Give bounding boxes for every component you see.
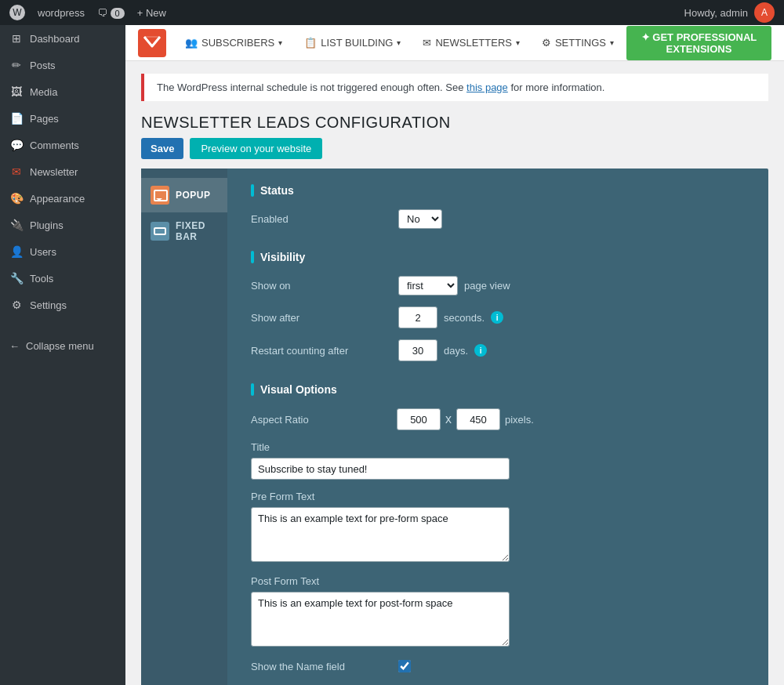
admin-sidebar: ⊞ Dashboard ✏ Posts 🖼 Media 📄 Pages 💬 Co… [0, 25, 125, 685]
tools-icon: 🔧 [9, 271, 24, 285]
title-input[interactable] [251, 458, 510, 480]
enabled-select[interactable]: No Yes [398, 209, 442, 229]
notice-link[interactable]: this page [466, 82, 508, 93]
sidebar-item-comments[interactable]: 💬 Comments [0, 132, 125, 158]
show-name-label: Show the Name field [251, 661, 392, 672]
pre-form-textarea[interactable]: This is an example text for pre-form spa… [251, 507, 510, 562]
sidebar-item-dashboard[interactable]: ⊞ Dashboard [0, 25, 125, 52]
wp-logo: W [9, 5, 25, 20]
fixed-bar-icon [151, 222, 169, 241]
admin-bar: W wordpress 🗨 0 + New Howdy, admin A [0, 0, 784, 25]
subscribers-nav[interactable]: 👥 SUBSCRIBERS ▾ [176, 32, 292, 53]
title-field-label: Title [251, 441, 745, 453]
preview-button[interactable]: Preview on your website [190, 138, 322, 159]
action-bar: Save Preview on your website [125, 138, 784, 169]
aspect-height-input[interactable] [456, 408, 500, 430]
newsletters-nav[interactable]: ✉ NEWSLETTERS ▾ [413, 32, 529, 53]
tab-fixed-bar[interactable]: FIXED BAR [141, 212, 227, 250]
restart-row: Restart counting after days. i [251, 339, 745, 361]
sidebar-item-media[interactable]: 🖼 Media [0, 78, 125, 105]
sidebar-item-pages[interactable]: 📄 Pages [0, 105, 125, 132]
show-on-row: Show on first second third page view [251, 276, 745, 295]
plugin-logo [138, 29, 166, 57]
pre-form-label: Pre Form Text [251, 491, 745, 502]
enabled-label: Enabled [251, 213, 392, 225]
post-form-textarea[interactable]: This is an example text for post-form sp… [251, 592, 510, 647]
posts-icon: ✏ [9, 58, 24, 72]
restart-label: Restart counting after [251, 345, 392, 357]
newsletter-icon: ✉ [9, 165, 24, 179]
visibility-section-title: Visibility [251, 251, 745, 263]
show-after-row: Show after seconds. i [251, 306, 745, 328]
newsletters-icon: ✉ [423, 37, 431, 49]
status-section: Status Enabled No Yes [251, 184, 745, 229]
show-on-select[interactable]: first second third [398, 276, 458, 295]
days-text: days. [444, 345, 468, 357]
show-after-info-icon[interactable]: i [491, 311, 503, 324]
post-form-field-group: Post Form Text This is an example text f… [251, 575, 745, 649]
collapse-menu-button[interactable]: ← Collapse menu [0, 334, 125, 358]
save-button-top[interactable]: Save [141, 138, 183, 159]
settings-caret: ▾ [610, 38, 614, 47]
comments-count: 0 [111, 8, 125, 19]
show-after-input[interactable] [398, 306, 437, 328]
title-field-group: Title [251, 441, 745, 480]
settings-nav[interactable]: ⚙ SETTINGS ▾ [532, 32, 623, 53]
status-section-title: Status [251, 184, 745, 197]
howdy-text: Howdy, admin [684, 7, 748, 19]
appearance-icon: 🎨 [9, 191, 24, 205]
pre-form-field-group: Pre Form Text This is an example text fo… [251, 491, 745, 564]
subscribers-icon: 👥 [185, 37, 198, 49]
plugins-icon: 🔌 [9, 218, 24, 232]
enabled-row: Enabled No Yes [251, 209, 745, 229]
comments-link[interactable]: 🗨 0 [97, 7, 125, 19]
avatar: A [754, 2, 775, 23]
show-on-label: Show on [251, 280, 392, 292]
nav-settings-icon: ⚙ [542, 37, 551, 49]
list-building-caret: ▾ [397, 38, 401, 47]
show-after-label: Show after [251, 312, 392, 324]
visibility-section: Visibility Show on first second third pa… [251, 251, 745, 361]
restart-info-icon[interactable]: i [474, 344, 487, 357]
newsletters-caret: ▾ [516, 38, 520, 47]
aspect-ratio-row: Aspect Ratio x pixels. [251, 408, 745, 430]
fixed-bar-shape [154, 227, 166, 235]
content-area: Status Enabled No Yes Visibility Show on [227, 169, 768, 685]
post-form-label: Post Form Text [251, 575, 745, 587]
popup-icon [151, 186, 169, 205]
side-tabs: POPUP FIXED BAR [141, 169, 227, 685]
media-icon: 🖼 [9, 85, 24, 99]
seconds-text: seconds. [444, 312, 485, 324]
page-header: NEWSLETTER LEADS CONFIGURATION [125, 101, 784, 138]
pages-icon: 📄 [9, 111, 24, 125]
notice-bar: The WordPress internal schedule is not t… [141, 74, 768, 101]
sidebar-item-plugins[interactable]: 🔌 Plugins [0, 212, 125, 238]
show-name-field-row: Show the Name field [251, 660, 745, 672]
sidebar-item-appearance[interactable]: 🎨 Appearance [0, 185, 125, 212]
restart-input[interactable] [398, 339, 437, 361]
popup-shape-icon [154, 190, 166, 201]
page-title: NEWSLETTER LEADS CONFIGURATION [141, 114, 768, 132]
aspect-ratio-label: Aspect Ratio [251, 414, 392, 426]
sidebar-item-posts[interactable]: ✏ Posts [0, 52, 125, 78]
list-building-nav[interactable]: 📋 LIST BUILDING ▾ [295, 32, 410, 53]
dashboard-icon: ⊞ [9, 31, 24, 45]
sidebar-item-users[interactable]: 👤 Users [0, 238, 125, 265]
tab-popup[interactable]: POPUP [141, 178, 227, 212]
sidebar-item-tools[interactable]: 🔧 Tools [0, 265, 125, 292]
aspect-width-input[interactable] [397, 408, 441, 430]
site-name[interactable]: wordpress [38, 7, 85, 19]
get-pro-button[interactable]: ✦ GET PROFESSIONAL EXTENSIONS [626, 26, 771, 60]
users-icon: 👤 [9, 245, 24, 259]
new-content-link[interactable]: + New [137, 7, 166, 19]
settings-icon: ⚙ [9, 298, 24, 312]
visual-section-title: Visual Options [251, 383, 745, 396]
aspect-x-text: x [445, 412, 452, 426]
comments-icon: 💬 [9, 138, 24, 152]
sidebar-item-newsletter[interactable]: ✉ Newsletter [0, 158, 125, 185]
show-name-checkbox[interactable] [398, 660, 411, 672]
page-view-text: page view [464, 280, 510, 292]
list-building-icon: 📋 [304, 37, 317, 49]
sidebar-item-settings[interactable]: ⚙ Settings [0, 292, 125, 318]
pixels-text: pixels. [505, 414, 534, 426]
